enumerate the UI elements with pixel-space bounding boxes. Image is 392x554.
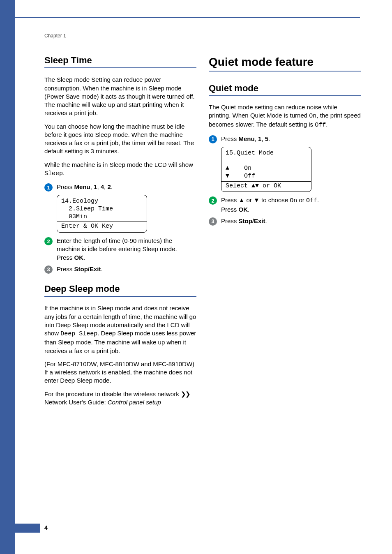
subsection-title-quiet-mode: Quiet mode (209, 83, 361, 94)
text: , (90, 183, 94, 190)
text: . (268, 135, 270, 142)
paragraph: (For MFC-8710DW, MFC-8810DW and MFC-8910… (44, 360, 196, 385)
lcd-line: 15.Quiet Mode (226, 150, 307, 157)
text: OK (239, 206, 248, 213)
title-rule (44, 67, 196, 68)
mono-text: Sleep (44, 170, 63, 177)
lcd-line (226, 157, 307, 165)
lcd-line: 2.Sleep Time (61, 205, 143, 213)
mono-text: Off (306, 197, 317, 204)
text: or (297, 196, 306, 203)
title-rule (209, 71, 361, 72)
mono-text: Deep Sleep (60, 330, 97, 337)
text-italic: Control panel setup (108, 399, 161, 406)
page-content: Sleep Time The Sleep mode Setting can re… (44, 55, 360, 411)
paragraph: While the machine is in Sleep mode the L… (44, 161, 196, 178)
title-rule (44, 296, 196, 297)
text: Network User's Guide: (44, 399, 108, 406)
step-text: Press Stop/Exit. (57, 265, 103, 273)
down-arrow-icon: ▼ (254, 196, 260, 203)
text: . (248, 206, 249, 213)
text: Press (57, 265, 74, 272)
text: Menu (239, 135, 255, 142)
lcd-display: 15.Quiet Mode ▲ On ▼ Off Select ▲▼ or OK (221, 147, 311, 192)
text: For the procedure to disable the wireles… (44, 390, 181, 397)
text: While the machine is in Sleep mode the L… (44, 161, 193, 168)
up-arrow-icon: ▲ (239, 196, 245, 203)
step-number-1-icon: 1 (44, 183, 53, 192)
paragraph: For the procedure to disable the wireles… (44, 390, 196, 407)
left-column: Sleep Time The Sleep mode Setting can re… (44, 55, 196, 411)
right-column: Quiet mode feature Quiet mode The Quiet … (209, 55, 361, 411)
step-text: Press Menu, 1, 5. (221, 135, 270, 143)
section-title-quiet-feature: Quiet mode feature (209, 55, 361, 69)
text: 4 (101, 183, 104, 190)
text: Press (221, 206, 239, 213)
text: 5 (265, 135, 268, 142)
paragraph: You can choose how long the machine must… (44, 122, 196, 156)
down-arrow-icon: ▼ (255, 182, 259, 189)
bottom-accent-bar (0, 524, 40, 533)
lcd-line: ▼ Off (226, 173, 307, 180)
lcd-line: Enter & OK Key (61, 223, 143, 231)
step-number-2-icon: 2 (44, 237, 53, 245)
text: Stop/Exit (239, 217, 265, 224)
text: Press (221, 135, 239, 142)
text: Press (221, 196, 239, 203)
mono-text: On (290, 197, 297, 204)
step-text: Enter the length of time (0-90 minutes) … (57, 237, 196, 262)
lcd-line: ▲ On (226, 165, 307, 173)
section-title-sleep-time: Sleep Time (44, 55, 196, 66)
step-number-3-icon: 3 (209, 217, 217, 226)
section-title-deep-sleep: Deep Sleep mode (44, 284, 196, 294)
lcd-line: 03Min (61, 213, 143, 221)
text: to choose (260, 196, 290, 203)
text: Stop/Exit (74, 265, 101, 272)
text: . (111, 183, 113, 190)
left-sidebar-accent (0, 0, 15, 554)
lcd-line: Select ▲▼ or OK (226, 182, 307, 190)
top-rule (15, 17, 360, 18)
text: Press (221, 217, 239, 224)
paragraph: The Quiet mode setting can reduce noise … (209, 103, 361, 130)
step-3: 3 Press Stop/Exit. (44, 265, 196, 274)
step-text: Press Stop/Exit. (221, 217, 267, 225)
chevron-icon: ❯❯ (181, 390, 190, 397)
lcd-divider (57, 222, 147, 222)
chapter-label: Chapter 1 (44, 33, 66, 39)
up-arrow-icon: ▲ (226, 165, 229, 172)
paragraph: If the machine is in Sleep mode and does… (44, 304, 196, 355)
step-number-2-icon: 2 (209, 196, 217, 205)
step-number-3-icon: 3 (44, 265, 53, 274)
text: . (83, 254, 85, 261)
text: Enter the length of time (0-90 minutes) … (57, 237, 177, 252)
step-number-1-icon: 1 (209, 135, 217, 143)
lcd-divider (221, 181, 311, 182)
step-text: Press ▲ or ▼ to choose On or Off. Press … (221, 196, 319, 214)
step-1: 1 Press Menu, 1, 5. (209, 135, 361, 143)
lcd-display: 14.Ecology 2.Sleep Time 03Min Enter & OK… (57, 195, 147, 233)
text: . (265, 217, 267, 224)
up-arrow-icon: ▲ (251, 182, 255, 189)
text: . (63, 169, 65, 176)
paragraph: The Sleep mode Setting can reduce power … (44, 76, 196, 117)
text: . (326, 121, 327, 128)
text: or (244, 196, 254, 203)
text: . (317, 196, 319, 203)
text: , (255, 135, 258, 142)
step-2: 2 Press ▲ or ▼ to choose On or Off. Pres… (209, 196, 361, 214)
title-rule (209, 95, 361, 96)
mono-text: Off (315, 122, 326, 129)
step-text: Press Menu, 1, 4, 2. (57, 183, 113, 191)
down-arrow-icon: ▼ (226, 173, 229, 180)
mono-text: On (309, 113, 316, 120)
text: 2 (107, 183, 111, 190)
text: Menu (74, 183, 90, 190)
step-2: 2 Enter the length of time (0-90 minutes… (44, 237, 196, 262)
lcd-line: 14.Ecology (61, 198, 143, 205)
text: , (97, 183, 100, 190)
step-1: 1 Press Menu, 1, 4, 2. (44, 183, 196, 192)
text: Press (57, 183, 74, 190)
text: . (101, 265, 103, 272)
text: , (261, 135, 265, 142)
